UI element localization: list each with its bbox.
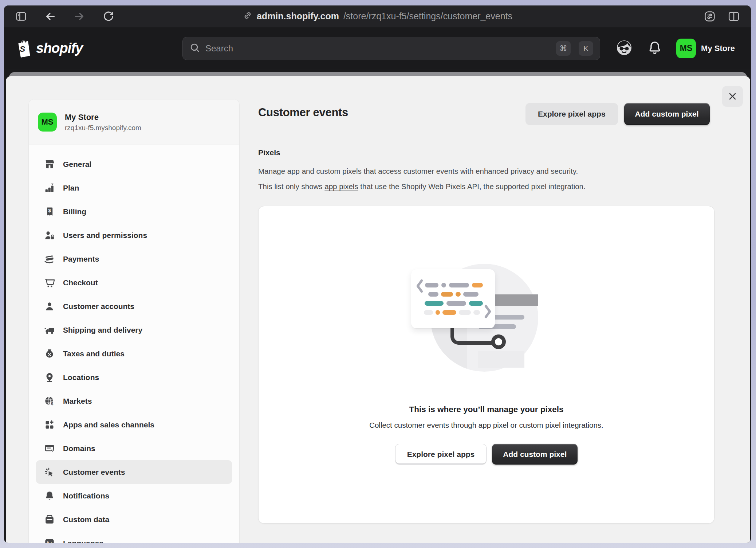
shopify-logo: S shopify (16, 39, 83, 58)
customer-events-icon (44, 467, 55, 478)
custom-data-icon (44, 514, 55, 525)
pixels-section-heading: Pixels (258, 148, 280, 157)
users-lock-icon (44, 230, 55, 241)
sidebar-item-label: Users and permissions (63, 231, 147, 240)
sidebar-item-notifications[interactable]: Notifications (36, 484, 232, 508)
shopify-bag-icon: S (16, 39, 32, 58)
notifications-bell-icon[interactable] (647, 40, 662, 57)
app-pixels-link[interactable]: app pixels (324, 182, 358, 191)
store-header[interactable]: MS My Store rzq1xu-f5.myshopify.com (29, 99, 239, 145)
browser-window: admin.shopify.com/store/rzq1xu-f5/settin… (4, 5, 751, 543)
sidebar-toggle-icon[interactable] (15, 10, 27, 23)
app-header: S shopify ⌘ K (4, 27, 751, 69)
store-domain: rzq1xu-f5.myshopify.com (65, 124, 141, 132)
empty-state-heading: This is where you’ll manage your pixels (259, 405, 714, 414)
pixels-empty-state-card: This is where you’ll manage your pixels … (258, 206, 714, 524)
account-menu[interactable]: MS My Store (676, 39, 735, 58)
money-bag-percent-icon (44, 348, 55, 359)
illustration-code-card (411, 269, 495, 328)
back-icon[interactable] (44, 10, 56, 23)
close-icon (728, 91, 737, 101)
bell-icon (44, 490, 55, 501)
split-view-icon[interactable] (728, 10, 740, 23)
sidebar-item-checkout[interactable]: Checkout (36, 271, 232, 294)
shopify-wordmark: shopify (36, 40, 83, 56)
svg-text:S: S (20, 44, 25, 54)
sidebar-item-custom-data[interactable]: Custom data (36, 508, 232, 531)
sidebar-item-general[interactable]: General (36, 152, 232, 176)
url-host: admin.shopify.com (257, 11, 339, 21)
storefront-icon (44, 159, 55, 170)
empty-state-subtext: Collect customer events through app pixe… (259, 421, 714, 430)
languages-icon: A 文 (44, 538, 55, 543)
sidekick-face-icon[interactable] (615, 39, 633, 58)
sidebar-item-languages[interactable]: A 文 Languages (36, 531, 232, 543)
search-icon (189, 42, 200, 55)
store-avatar: MS (38, 113, 57, 132)
illustration-dark-bar (495, 294, 538, 306)
page-title: Customer events (258, 106, 348, 119)
cart-icon (44, 277, 55, 288)
sidebar-item-label: Payments (63, 255, 99, 263)
k-key-badge: K (579, 41, 593, 56)
sidebar-item-customer-events[interactable]: Customer events (36, 460, 232, 484)
sidebar-item-domains[interactable]: Domains (36, 437, 232, 460)
svg-text:$: $ (48, 207, 51, 213)
sidebar-item-label: Domains (63, 444, 95, 453)
sidebar-item-label: Checkout (63, 278, 98, 287)
add-custom-pixel-button[interactable]: Add custom pixel (624, 103, 710, 125)
sidebar-item-users-and-permissions[interactable]: Users and permissions (36, 223, 232, 247)
sidebar-item-label: Notifications (63, 492, 109, 500)
sidebar-item-payments[interactable]: Payments (36, 247, 232, 271)
search-bar[interactable]: ⌘ K (182, 37, 600, 60)
reload-icon[interactable] (102, 10, 115, 23)
sidebar-item-label: Customer accounts (63, 302, 134, 311)
account-name: My Store (701, 44, 735, 53)
plan-icon (44, 183, 55, 193)
add-custom-pixel-button-empty[interactable]: Add custom pixel (492, 444, 578, 465)
sidebar-item-label: Taxes and duties (63, 349, 125, 358)
sidebar-item-locations[interactable]: Locations (36, 365, 232, 389)
sidebar-item-plan[interactable]: Plan (36, 176, 232, 200)
pixels-illustration (410, 261, 555, 374)
sidebar-item-shipping-and-delivery[interactable]: Shipping and delivery (36, 318, 232, 342)
billing-icon: $ (44, 206, 55, 217)
apps-grid-icon (44, 419, 55, 430)
close-button[interactable] (722, 86, 743, 107)
forward-icon[interactable] (73, 10, 86, 23)
explore-pixel-apps-button-empty[interactable]: Explore pixel apps (395, 444, 487, 465)
sidebar-item-markets[interactable]: $ Markets (36, 389, 232, 413)
description-line-2: This list only shows app pixels that use… (258, 179, 586, 194)
sidebar-item-label: Locations (63, 373, 99, 382)
domains-icon (44, 443, 55, 454)
sidebar-item-taxes-and-duties[interactable]: Taxes and duties (36, 342, 232, 365)
link-icon (243, 11, 252, 22)
browser-toolbar: admin.shopify.com/store/rzq1xu-f5/settin… (4, 5, 751, 27)
sidebar-item-label: Customer events (63, 468, 125, 477)
sidebar-item-label: Apps and sales channels (63, 420, 154, 429)
map-pin-icon (44, 372, 55, 383)
sidebar-item-label: Billing (63, 207, 86, 216)
url-path: /store/rzq1xu-f5/settings/customer_event… (343, 11, 512, 21)
settings-nav: General Plan (29, 145, 239, 543)
sidebar-item-label: Shipping and delivery (63, 326, 142, 334)
illustration-pale-block (478, 351, 524, 368)
settings-modal: MS My Store rzq1xu-f5.myshopify.com (6, 76, 750, 543)
sidebar-item-billing[interactable]: $ Billing (36, 200, 232, 223)
browser-settings-icon[interactable] (704, 10, 716, 23)
explore-pixel-apps-button[interactable]: Explore pixel apps (525, 103, 618, 125)
sidebar-item-customer-accounts[interactable]: Customer accounts (36, 294, 232, 318)
search-input[interactable] (205, 43, 551, 54)
cmd-key-badge: ⌘ (556, 41, 571, 56)
sidebar-item-label: Markets (63, 397, 92, 406)
chevron-left-icon (416, 279, 424, 293)
sidebar-item-apps-and-sales-channels[interactable]: Apps and sales channels (36, 413, 232, 437)
svg-text:文: 文 (49, 541, 54, 543)
account-avatar: MS (676, 39, 696, 58)
settings-sidebar: MS My Store rzq1xu-f5.myshopify.com (28, 99, 240, 543)
globe-dollar-icon: $ (44, 396, 55, 407)
payments-icon (44, 254, 55, 265)
sidebar-item-label: General (63, 160, 91, 169)
chevron-right-icon (484, 304, 492, 319)
address-bar[interactable]: admin.shopify.com/store/rzq1xu-f5/settin… (243, 5, 512, 27)
